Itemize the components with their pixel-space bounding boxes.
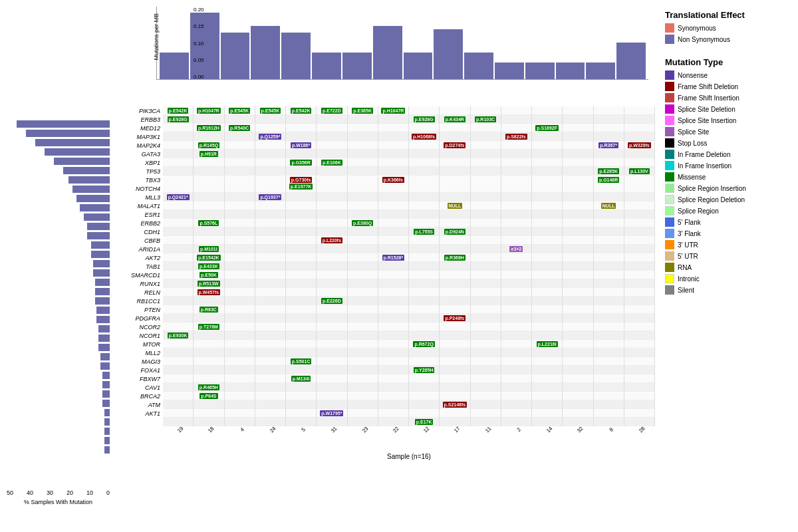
legend-color-box [665,263,674,272]
sample-cell [286,383,317,392]
sample-cell [624,219,655,227]
legend-item: Splice Site Deletion [665,104,791,114]
gene-row: p.H91R [163,150,655,158]
h-bar-row [7,148,110,156]
sample-cell [348,279,378,288]
mutation-badge: p.K434R [444,116,466,122]
h-bar [95,288,110,295]
sample-cell [409,271,440,279]
sample-cell [317,348,347,357]
sample-cell [378,245,409,253]
h-bar-row [7,362,110,370]
sample-cell [255,314,286,323]
legend-item: In Frame Insertion [665,161,791,170]
sample-cell [255,271,286,279]
gene-names-column: PIK3CAERBB3MED12MAP3K1MAP2K4GATA3XBP1TP5… [116,106,163,426]
legend-color-box [665,93,674,102]
sample-cell [378,357,409,366]
sample-cell [501,167,532,176]
sample-cell: p.E930K [163,331,194,340]
sample-cell [501,141,532,150]
sample-cell [501,106,532,115]
mutation-badge: p.S501C [291,358,312,364]
sample-cell [501,227,532,236]
mutation-badge: p.E50K [200,272,218,278]
sample-cell [378,210,409,219]
sample-cell [317,314,347,323]
gene-row: p.W1795* [163,409,655,418]
sample-cell [317,150,347,158]
sample-cell [348,314,378,323]
mutation-badge: p.E17K [415,419,434,425]
legend-item: Silent [665,285,791,295]
sample-cell [594,193,624,201]
h-bar-row [7,176,110,184]
sample-cell [194,201,224,210]
sample-cell [501,366,532,374]
sample-cell: p.E722D [317,106,347,115]
sample-cell [163,288,194,297]
gene-row: p.T276M [163,323,655,331]
sample-cell [594,288,624,297]
sample-cell [532,331,563,340]
h-bar-row [7,129,110,138]
sample-cell [348,115,378,124]
sample-cell [532,297,563,305]
sample-cell [471,305,501,314]
sample-cell: p.G730fsp.E1977K [286,176,317,194]
sample-cell: p.E542K [286,106,317,115]
sample-cell [317,383,347,392]
sample-cell [501,262,532,271]
translational-legend-title: Translational Effect [665,10,791,20]
sample-cell [624,176,655,194]
sample-cell [194,340,224,348]
sample-cell [194,132,224,141]
sample-cell [624,227,655,236]
sample-cell [348,374,378,383]
sample-cell [317,167,347,176]
sample-cell [624,323,655,331]
sample-cell [409,167,440,176]
h-bar-row [7,241,110,249]
sample-cell [471,400,501,409]
sample-cell [378,374,409,383]
mutation-badge: p.M134I [291,376,311,382]
sample-cell [471,210,501,219]
sample-cell [317,193,347,201]
h-bar-row [7,222,110,231]
sample-cell [255,357,286,366]
sample-cell [594,366,624,374]
mutation-badge: p.L755S [414,229,434,235]
legend-item: Splice Region [665,206,791,215]
sample-cell [163,340,194,348]
y-tick: 0.00 [194,74,204,80]
sample-cell [624,253,655,262]
sample-cell [563,245,593,253]
sample-cell [378,314,409,323]
sample-cell: p.P248fs [440,314,470,323]
sample-cell [501,314,532,323]
sample-cell [440,305,470,314]
gene-name: MAGI3 [116,357,163,366]
sample-cell [348,331,378,340]
gene-name: MLL3 [116,193,163,201]
sample-cell [532,210,563,219]
sample-cell: p.W457fs [194,288,224,297]
sample-cell [594,124,624,132]
sample-cell [378,193,409,201]
sample-cell [225,219,255,227]
sample-cell [532,262,563,271]
sample-cell [409,400,440,409]
sample-cell [624,348,655,357]
sample-cell [471,219,501,227]
top-bar [464,53,493,79]
sample-cell: p.K366fs [378,176,409,194]
sample-cell [317,141,347,150]
sample-cell [378,271,409,279]
sample-cell [409,392,440,400]
sample-cell [624,383,655,392]
sample-cell: p.L220fs [317,236,347,245]
sample-cell [409,141,440,150]
sample-cell: p.E380Q [348,219,378,227]
h-bar [76,195,110,202]
